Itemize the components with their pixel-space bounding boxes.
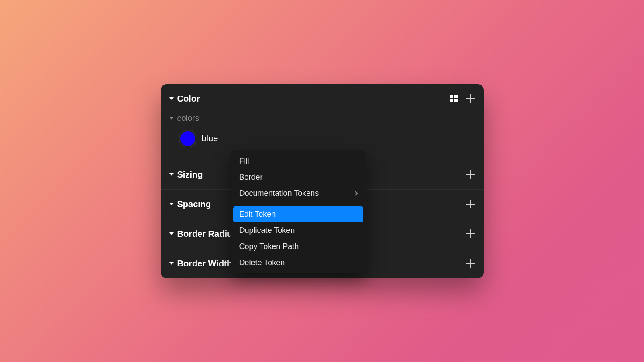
add-token-button[interactable] — [466, 200, 475, 208]
section-title: Color — [177, 94, 200, 104]
section-title: Sizing — [177, 170, 203, 180]
caret-down-icon — [169, 173, 174, 176]
section-toggle-sizing[interactable]: Sizing — [169, 170, 203, 180]
add-token-button[interactable] — [466, 94, 475, 103]
menu-item-duplicate-token[interactable]: Duplicate Token — [233, 222, 363, 239]
subsection-title: colors — [177, 113, 200, 123]
add-token-button[interactable] — [466, 170, 475, 179]
section-title: Border Width — [177, 259, 232, 269]
menu-item-copy-token-path[interactable]: Copy Token Path — [233, 239, 363, 255]
menu-item-label: Delete Token — [239, 258, 285, 267]
menu-divider — [233, 204, 363, 204]
grid-view-icon[interactable] — [450, 95, 458, 102]
section-title: Border Radius — [177, 229, 238, 239]
section-toggle-border-width[interactable]: Border Width — [169, 259, 232, 269]
chevron-right-icon — [353, 191, 358, 195]
add-token-button[interactable] — [466, 259, 475, 268]
caret-down-icon — [169, 203, 174, 205]
menu-item-label: Fill — [239, 157, 249, 166]
caret-down-icon — [169, 232, 174, 235]
menu-item-label: Duplicate Token — [239, 226, 295, 235]
context-menu: Fill Border Documentation Tokens Edit To… — [231, 150, 366, 273]
section-title: Spacing — [177, 199, 211, 209]
subsection-colors[interactable]: colors — [161, 112, 484, 126]
caret-down-icon — [169, 117, 174, 120]
menu-item-delete-token[interactable]: Delete Token — [233, 255, 363, 271]
section-toggle-border-radius[interactable]: Border Radius — [169, 229, 238, 239]
add-token-button[interactable] — [466, 229, 475, 238]
section-toggle-spacing[interactable]: Spacing — [169, 199, 211, 209]
menu-item-fill[interactable]: Fill — [233, 153, 363, 169]
section-actions — [450, 94, 475, 103]
caret-down-icon — [169, 97, 174, 100]
menu-item-label: Documentation Tokens — [239, 189, 319, 198]
section-header-color[interactable]: Color — [161, 84, 484, 112]
color-swatch — [180, 131, 195, 146]
menu-item-documentation-tokens[interactable]: Documentation Tokens — [233, 185, 363, 201]
color-swatch-wrapper — [179, 130, 196, 147]
section-toggle-color[interactable]: Color — [169, 94, 200, 104]
caret-down-icon — [169, 262, 174, 265]
menu-item-border[interactable]: Border — [233, 169, 363, 185]
menu-item-edit-token[interactable]: Edit Token — [233, 206, 363, 222]
menu-item-label: Edit Token — [239, 210, 276, 219]
menu-item-label: Copy Token Path — [239, 242, 299, 251]
tokens-panel: Color colors blue Sizing Spacing — [161, 84, 484, 278]
token-name: blue — [202, 133, 218, 143]
menu-item-label: Border — [239, 173, 263, 182]
